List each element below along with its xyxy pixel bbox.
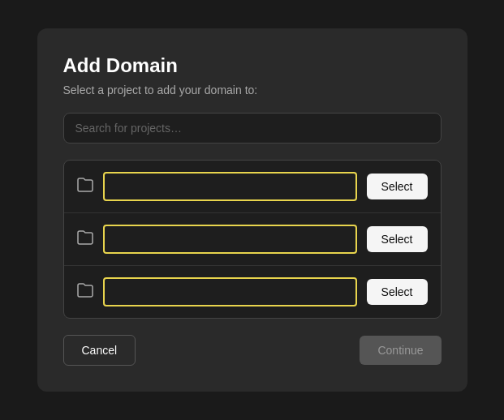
select-button-1[interactable]: Select [367,174,428,199]
select-button-2[interactable]: Select [367,226,428,252]
project-row: Select [64,266,441,318]
search-input[interactable] [63,113,442,144]
dialog-subtitle: Select a project to add your domain to: [63,84,442,96]
folder-icon [77,178,93,196]
project-name-2 [103,225,357,254]
dialog-footer: Cancel Continue [63,335,442,366]
folder-icon [77,230,93,249]
add-domain-dialog: Add Domain Select a project to add your … [37,28,467,392]
folder-icon [77,283,93,302]
select-button-3[interactable]: Select [367,279,428,305]
project-name-1 [103,172,357,201]
project-row: Select [64,213,441,266]
cancel-button[interactable]: Cancel [63,335,136,366]
projects-list: Select Select Select [63,160,442,319]
project-row: Select [64,161,441,213]
dialog-title: Add Domain [63,54,442,77]
project-name-3 [103,277,357,306]
continue-button[interactable]: Continue [360,336,441,365]
